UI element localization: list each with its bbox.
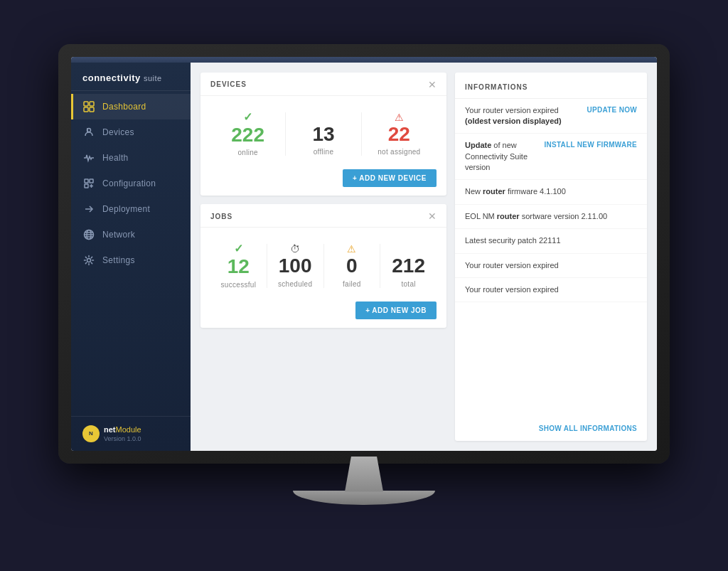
info-action-1[interactable]: INSTALL NEW FIRMWARE xyxy=(544,140,637,150)
failed-warning-icon: ⚠ xyxy=(324,244,380,254)
scheduled-count: 100 xyxy=(267,255,323,277)
sidebar-item-devices[interactable]: Devices xyxy=(71,119,191,145)
sidebar-logo: connectivity suite xyxy=(71,63,191,91)
info-text-5: Your router version expired xyxy=(465,260,637,271)
info-text-3: EOL NM router sortware version 2.11.00 xyxy=(465,211,637,222)
devices-not-assigned-stat: ⚠ 22 not assigned xyxy=(361,112,437,156)
devices-stats-row: ✓ 222 online 13 offline xyxy=(210,106,437,160)
informations-panel: INFORMATIONS Your router version expired… xyxy=(455,73,647,441)
total-label: total xyxy=(380,280,437,288)
info-text-2: New router firmware 4.1.100 xyxy=(465,186,637,197)
jobs-card-title: JOBS xyxy=(210,213,232,220)
brand-dot: N xyxy=(82,425,100,442)
not-assigned-warning-icon: ⚠ xyxy=(362,112,437,122)
add-new-device-button[interactable]: + ADD NEW DEVICE xyxy=(343,169,437,187)
right-column: INFORMATIONS Your router version expired… xyxy=(455,73,647,441)
main-content: DEVICES ✕ ✓ 222 online xyxy=(191,63,657,451)
sidebar-item-configuration[interactable]: Configuration xyxy=(71,171,191,196)
offline-count: 13 xyxy=(286,124,360,146)
brand-info: netModule Version 1.0.0 xyxy=(104,425,141,442)
informations-header: INFORMATIONS xyxy=(455,73,647,99)
svg-rect-8 xyxy=(85,184,88,188)
svg-rect-3 xyxy=(90,107,94,112)
online-label: online xyxy=(210,149,285,156)
svg-point-17 xyxy=(87,258,91,262)
network-icon xyxy=(82,228,95,241)
sidebar-item-network[interactable]: Network xyxy=(71,222,191,247)
svg-rect-1 xyxy=(90,102,94,106)
informations-title: INFORMATIONS xyxy=(465,83,528,91)
sidebar-item-health[interactable]: Health xyxy=(71,145,191,171)
info-text-6: Your router version expired xyxy=(465,284,637,295)
info-text-0: Your router version expired (oldest vers… xyxy=(465,105,581,127)
devices-card-footer: + ADD NEW DEVICE xyxy=(200,169,446,196)
configuration-icon xyxy=(82,177,95,190)
svg-rect-2 xyxy=(84,107,88,112)
scheduled-clock-icon: ⏱ xyxy=(267,244,323,254)
sidebar-item-deployment[interactable]: Deployment xyxy=(71,196,191,222)
left-column: DEVICES ✕ ✓ 222 online xyxy=(200,73,446,441)
total-icon xyxy=(380,244,437,254)
failed-count: 0 xyxy=(324,255,380,277)
info-text-4: Latest security patch 22111 xyxy=(465,235,637,246)
sidebar-item-dashboard[interactable]: Dashboard xyxy=(71,94,191,119)
sidebar-label-health: Health xyxy=(102,153,129,163)
not-assigned-count: 22 xyxy=(362,124,437,146)
info-item-1: Update of new Connectivity Suite version… xyxy=(455,134,647,180)
svg-rect-7 xyxy=(90,179,93,183)
sidebar-item-settings[interactable]: Settings xyxy=(71,247,191,273)
monitor-bezel: connectivity suite Dashboard xyxy=(58,44,670,464)
devices-card-body: ✓ 222 online 13 offline xyxy=(200,96,446,170)
devices-card-header: DEVICES ✕ xyxy=(200,73,446,96)
jobs-card-header: JOBS ✕ xyxy=(200,204,446,228)
top-bar xyxy=(71,57,657,63)
online-count: 222 xyxy=(210,124,285,146)
jobs-successful-stat: ✓ 12 successful xyxy=(210,243,267,289)
total-count: 212 xyxy=(380,255,437,277)
monitor-screen: connectivity suite Dashboard xyxy=(71,57,657,451)
sidebar-label-settings: Settings xyxy=(102,255,135,265)
successful-count: 12 xyxy=(210,256,267,278)
dashboard-icon xyxy=(82,100,95,113)
stand-neck xyxy=(343,457,385,492)
devices-online-stat: ✓ 222 online xyxy=(210,112,285,157)
info-item-4: Latest security patch 22111 xyxy=(455,229,647,253)
svg-rect-6 xyxy=(85,179,88,183)
app-layout: connectivity suite Dashboard xyxy=(71,63,657,451)
add-new-job-button[interactable]: + ADD NEW JOB xyxy=(355,301,437,319)
monitor-stand xyxy=(293,457,435,528)
info-text-1: Update of new Connectivity Suite version xyxy=(465,140,538,173)
jobs-stats-row: ✓ 12 successful ⏱ 100 scheduled xyxy=(210,238,437,292)
jobs-card-footer: + ADD NEW JOB xyxy=(200,301,446,328)
successful-label: successful xyxy=(210,281,267,289)
info-item-6: Your router version expired xyxy=(455,278,647,302)
jobs-card-body: ✓ 12 successful ⏱ 100 scheduled xyxy=(200,228,446,301)
devices-offline-stat: 13 offline xyxy=(285,112,360,156)
successful-check-icon: ✓ xyxy=(210,243,267,255)
info-item-0: Your router version expired (oldest vers… xyxy=(455,99,647,134)
jobs-failed-stat: ⚠ 0 failed xyxy=(323,244,380,288)
offline-label: offline xyxy=(286,148,360,156)
brand-version: Version 1.0.0 xyxy=(104,435,141,442)
sidebar: connectivity suite Dashboard xyxy=(71,63,191,451)
informations-list: Your router version expired (oldest vers… xyxy=(455,99,647,414)
devices-icon xyxy=(82,126,95,139)
info-item-3: EOL NM router sortware version 2.11.00 xyxy=(455,205,647,229)
svg-rect-0 xyxy=(84,102,88,106)
sidebar-label-configuration: Configuration xyxy=(102,178,156,188)
health-icon xyxy=(82,151,95,164)
info-item-5: Your router version expired xyxy=(455,254,647,278)
stand-base xyxy=(293,491,435,505)
jobs-card-close[interactable]: ✕ xyxy=(428,211,437,221)
devices-card-close[interactable]: ✕ xyxy=(428,80,437,90)
sidebar-label-network: Network xyxy=(102,230,135,240)
online-check-icon: ✓ xyxy=(210,112,285,123)
devices-card-title: DEVICES xyxy=(210,80,247,88)
jobs-total-stat: 212 total xyxy=(380,244,437,288)
sidebar-nav: Dashboard Devices Health xyxy=(71,91,191,416)
jobs-scheduled-stat: ⏱ 100 scheduled xyxy=(267,244,323,288)
info-action-0[interactable]: UPDATE NOW xyxy=(587,105,637,115)
brand-name: netModule xyxy=(104,425,141,434)
settings-icon xyxy=(82,254,95,267)
show-all-informations-link[interactable]: SHOW ALL INFORMATIONS xyxy=(539,425,637,432)
